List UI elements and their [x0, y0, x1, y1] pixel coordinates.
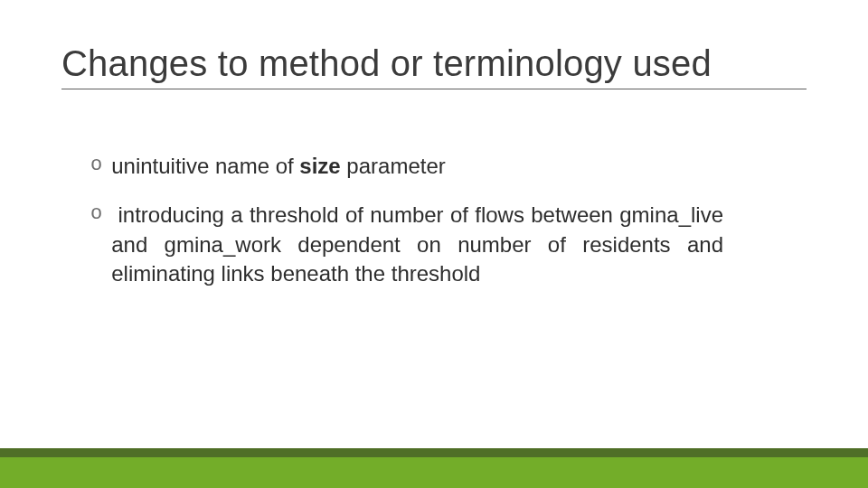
slide: Changes to method or terminology used o …	[0, 0, 868, 488]
bullet-text: unintuitive name of size parameter	[111, 152, 723, 181]
slide-title: Changes to method or terminology used	[61, 43, 807, 89]
bullet-marker-icon: o	[90, 201, 102, 229]
bullet-text: introducing a threshold of number of flo…	[111, 201, 723, 288]
bullet-item: o introducing a threshold of number of f…	[90, 201, 723, 288]
footer-accent-shadow	[0, 448, 868, 457]
slide-body: o unintuitive name of size parameter o i…	[90, 152, 723, 309]
bullet-marker-icon: o	[90, 152, 102, 180]
bullet-item: o unintuitive name of size parameter	[90, 152, 723, 181]
title-block: Changes to method or terminology used	[61, 43, 807, 89]
footer-accent-bar	[0, 457, 868, 488]
